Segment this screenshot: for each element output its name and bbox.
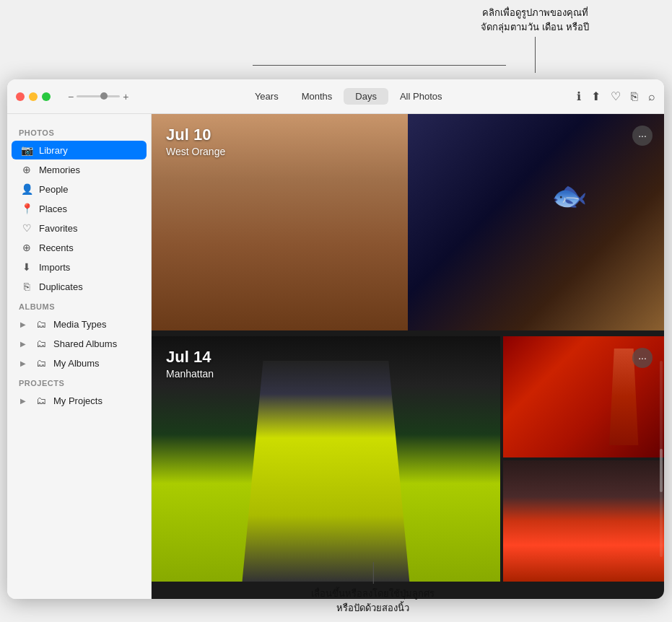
scroll-indicator <box>660 361 663 557</box>
sidebar-label-duplicates: Duplicates <box>39 281 83 292</box>
sidebar-section-projects: Projects <box>7 373 151 390</box>
close-button[interactable] <box>16 92 25 101</box>
recents-icon: ⊕ <box>20 242 33 253</box>
search-icon[interactable]: ⌕ <box>648 90 655 103</box>
sidebar-label-places: Places <box>39 203 67 214</box>
titlebar: − + Years Months Days All Photos ℹ ⬆ ♡ ⎘… <box>7 79 664 114</box>
zoom-out-button[interactable]: − <box>68 91 74 102</box>
zoom-in-button[interactable]: + <box>123 91 128 102</box>
callout-bottom-text: เลื่อนขึ้นหรือลงโดยใช้ปุ่มลูกศร หรือปัดด… <box>311 588 435 613</box>
photo-group-1: Jul 10 West Orange ··· <box>152 114 664 330</box>
imports-icon: ⬇ <box>20 261 33 273</box>
favorites-icon: ♡ <box>20 222 33 234</box>
sidebar-item-duplicates[interactable]: ⎘ Duplicates <box>12 277 147 296</box>
sidebar-label-my-albums: My Albums <box>53 358 100 369</box>
share-icon[interactable]: ⬆ <box>591 89 601 103</box>
tab-months[interactable]: Months <box>290 88 344 105</box>
group-location-2: Manhattan <box>166 368 214 380</box>
traffic-lights <box>16 92 51 101</box>
tab-days[interactable]: Days <box>344 88 388 105</box>
zoom-thumb <box>100 92 108 100</box>
photo-divider <box>152 330 664 333</box>
sidebar-item-shared-albums[interactable]: ▶ 🗂 Shared Albums <box>12 334 147 353</box>
more-button-1[interactable]: ··· <box>632 126 653 146</box>
sidebar-label-recents: Recents <box>39 242 74 253</box>
callout-top-text: คลิกเพื่อดูรูปภาพของคุณที่ จัดกลุ่มตามวั… <box>481 7 588 32</box>
photo-side-bottom[interactable] <box>503 460 664 582</box>
tab-years[interactable]: Years <box>243 88 290 105</box>
media-types-icon: 🗂 <box>35 318 48 330</box>
sidebar-label-people: People <box>39 184 68 195</box>
more-button-2[interactable]: ··· <box>632 348 653 368</box>
sidebar-item-library[interactable]: 📷 Library <box>12 141 147 159</box>
info-icon[interactable]: ℹ <box>577 89 581 103</box>
sidebar-item-media-types[interactable]: ▶ 🗂 Media Types <box>12 315 147 333</box>
zoom-control: − + <box>68 91 128 102</box>
photo-side-grid <box>500 336 664 582</box>
duplicate-icon[interactable]: ⎘ <box>631 90 638 103</box>
sidebar-label-shared-albums: Shared Albums <box>53 338 117 349</box>
sidebar: Photos 📷 Library ⊕ Memories 👤 People 📍 P… <box>7 114 152 599</box>
sidebar-item-people[interactable]: 👤 People <box>12 180 147 198</box>
nav-tabs: Years Months Days All Photos <box>243 88 454 105</box>
memories-icon: ⊕ <box>20 164 33 175</box>
expand-icon-my: ▶ <box>20 359 26 367</box>
places-icon: 📍 <box>20 203 33 214</box>
fullscreen-button[interactable] <box>42 92 51 101</box>
my-projects-icon: 🗂 <box>35 395 48 406</box>
sidebar-section-photos: Photos <box>7 123 151 140</box>
expand-icon-shared: ▶ <box>20 340 26 348</box>
sidebar-label-favorites: Favorites <box>39 223 77 234</box>
library-icon: 📷 <box>20 144 33 156</box>
duplicates-icon: ⎘ <box>20 281 33 292</box>
sidebar-label-memories: Memories <box>39 165 80 175</box>
sidebar-item-my-albums[interactable]: ▶ 🗂 My Albums <box>12 354 147 372</box>
app-window: − + Years Months Days All Photos ℹ ⬆ ♡ ⎘… <box>7 79 664 599</box>
sidebar-item-places[interactable]: 📍 Places <box>12 199 147 218</box>
sidebar-label-media-types: Media Types <box>53 319 106 330</box>
group-date-1: Jul 10 <box>166 126 225 144</box>
callout-bottom: เลื่อนขึ้นหรือลงโดยใช้ปุ่มลูกศร หรือปัดด… <box>311 562 435 615</box>
sidebar-item-my-projects[interactable]: ▶ 🗂 My Projects <box>12 391 147 410</box>
sidebar-section-albums: Albums <box>7 297 151 314</box>
sidebar-label-my-projects: My Projects <box>53 395 102 406</box>
shared-albums-icon: 🗂 <box>35 338 48 349</box>
sidebar-item-memories[interactable]: ⊕ Memories <box>12 160 147 179</box>
toolbar-icons: ℹ ⬆ ♡ ⎘ ⌕ <box>577 89 655 103</box>
group-header-1: Jul 10 West Orange <box>166 126 225 157</box>
sidebar-item-imports[interactable]: ⬇ Imports <box>12 258 147 276</box>
expand-icon: ▶ <box>20 320 26 328</box>
callout-line <box>253 65 506 66</box>
minimize-button[interactable] <box>29 92 38 101</box>
main-content: Photos 📷 Library ⊕ Memories 👤 People 📍 P… <box>7 114 664 599</box>
group-header-2: Jul 14 Manhattan <box>166 348 214 380</box>
my-albums-icon: 🗂 <box>35 357 48 369</box>
expand-icon-projects: ▶ <box>20 397 26 405</box>
zoom-slider[interactable] <box>77 95 120 97</box>
group-location-1: West Orange <box>166 146 225 157</box>
tab-all-photos[interactable]: All Photos <box>388 88 454 105</box>
sidebar-label-imports: Imports <box>39 262 70 273</box>
sidebar-item-recents[interactable]: ⊕ Recents <box>12 238 147 257</box>
group-date-2: Jul 14 <box>166 348 214 367</box>
sidebar-item-favorites[interactable]: ♡ Favorites <box>12 219 147 237</box>
favorite-icon[interactable]: ♡ <box>611 89 621 103</box>
photo-area[interactable]: Jul 10 West Orange ··· Jul 14 Manhattan … <box>152 114 664 599</box>
photo-group-2: Jul 14 Manhattan ··· <box>152 336 664 582</box>
photo-main-1[interactable] <box>152 114 664 330</box>
scroll-thumb <box>660 449 663 492</box>
sidebar-label-library: Library <box>39 145 68 156</box>
callout-top: คลิกเพื่อดูรูปภาพของคุณที่ จัดกลุ่มตามวั… <box>455 0 614 73</box>
people-icon: 👤 <box>20 183 33 195</box>
